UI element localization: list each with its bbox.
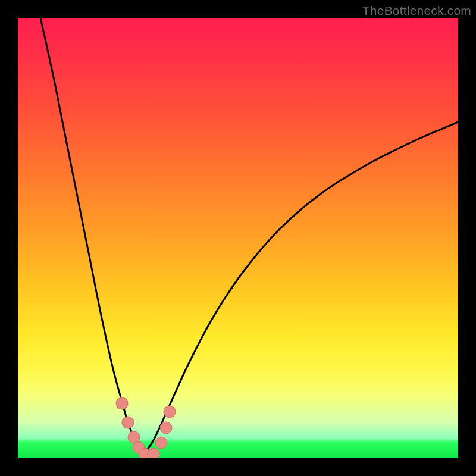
curve-left-branch [40,18,143,455]
plot-area [18,18,458,458]
curve-right-branch [143,122,458,455]
curve-layer [18,18,458,458]
highlight-dot [164,406,176,418]
highlight-dot [160,422,172,434]
highlight-dot [155,437,167,449]
highlight-dot [148,448,159,458]
highlight-dot [122,416,134,428]
highlight-dots [116,397,176,458]
highlight-dot [116,397,128,409]
chart-frame: TheBottleneck.com [0,0,476,476]
watermark-text: TheBottleneck.com [362,4,471,18]
